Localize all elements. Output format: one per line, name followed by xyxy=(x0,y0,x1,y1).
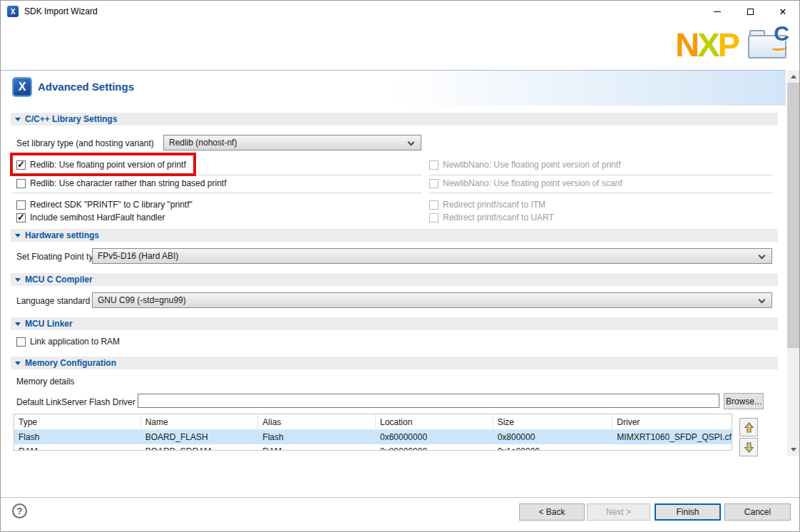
scrollbar-thumb[interactable] xyxy=(787,83,799,348)
checkbox-redirect-uart xyxy=(429,213,439,222)
section-hardware-settings[interactable]: Hardware settings xyxy=(11,229,778,242)
nxp-letter-p: P xyxy=(718,26,738,63)
up-arrow-icon xyxy=(744,422,754,433)
cell-location: 0x60000000 xyxy=(376,430,493,444)
section-mcu-c-compiler[interactable]: MCU C Compiler xyxy=(11,273,778,286)
column-header-driver[interactable]: Driver xyxy=(612,414,732,429)
checkbox-redlib-float-printf[interactable] xyxy=(16,160,26,170)
checkbox-redirect-itm xyxy=(429,200,439,210)
divider xyxy=(12,193,421,193)
flash-driver-input[interactable] xyxy=(138,394,719,408)
move-up-button[interactable] xyxy=(739,418,758,436)
close-icon: ✕ xyxy=(779,6,787,17)
cell-alias: Flash xyxy=(258,430,376,444)
minimize-icon xyxy=(714,11,721,12)
chevron-down-icon xyxy=(759,252,766,260)
section-mcu-linker[interactable]: MCU Linker xyxy=(11,317,778,330)
mcuxpresso-folder-icon: C xyxy=(748,26,789,61)
table-row[interactable]: RAM BOARD_SDRAM RAM 0x80000000 0x1e00000 xyxy=(14,444,732,451)
section-title: MCU C Compiler xyxy=(25,275,93,285)
chevron-down-icon xyxy=(15,322,21,326)
next-button: Next > xyxy=(587,503,650,521)
section-title: C/C++ Library Settings xyxy=(25,114,117,124)
checkbox-newlibnano-float-printf xyxy=(429,160,439,170)
column-header-alias[interactable]: Alias xyxy=(258,414,376,429)
checkbox-redlib-char-printf[interactable] xyxy=(16,179,26,188)
cell-size: 0x800000 xyxy=(493,430,613,444)
cell-name: BOARD_FLASH xyxy=(141,430,259,444)
section-title: Memory Configuration xyxy=(25,358,116,368)
memory-details-label: Memory details xyxy=(16,377,74,387)
library-type-label: Set library type (and hosting variant) xyxy=(16,138,154,148)
nxp-letter-x: X xyxy=(697,26,717,63)
divider xyxy=(429,193,772,193)
checkbox-label: Link application to RAM xyxy=(30,335,120,348)
checkbox-row: Redlib: Use floating point version of pr… xyxy=(16,158,186,171)
app-icon: X xyxy=(7,6,19,17)
checkbox-row: NewlibNano: Use floating point version o… xyxy=(429,177,622,190)
down-arrow-icon xyxy=(791,448,796,451)
help-button[interactable]: ? xyxy=(12,503,27,518)
combo-value: GNU C99 (-std=gnu99) xyxy=(98,295,186,305)
cell-size: 0x1e00000 xyxy=(493,444,613,451)
column-header-location[interactable]: Location xyxy=(376,414,493,429)
checkbox-link-to-ram[interactable] xyxy=(16,337,26,347)
checkbox-semihost-hardfault[interactable] xyxy=(16,213,26,222)
move-down-button[interactable] xyxy=(739,438,758,456)
section-title: Hardware settings xyxy=(25,230,99,240)
divider xyxy=(12,175,421,175)
checkbox-row: Redlib: Use character rather than string… xyxy=(16,177,226,190)
back-button[interactable]: < Back xyxy=(519,503,585,521)
scroll-down-button[interactable] xyxy=(787,444,799,456)
chevron-down-icon xyxy=(15,234,21,237)
checkbox-label: Redirect printf/scanf to UART xyxy=(443,211,554,224)
vertical-scrollbar[interactable] xyxy=(787,71,799,456)
titlebar: X SDK Import Wizard ✕ xyxy=(1,1,799,22)
checkbox-row: Link application to RAM xyxy=(16,335,120,348)
scroll-up-button[interactable] xyxy=(787,71,799,83)
cell-alias: RAM xyxy=(258,444,376,451)
cancel-button[interactable]: Cancel xyxy=(724,503,791,521)
nxp-letter-n: N xyxy=(675,26,697,63)
checkbox-label: Redirect printf/scanf to ITM xyxy=(443,198,545,211)
chevron-down-icon xyxy=(759,297,766,304)
language-standard-combo[interactable]: GNU C99 (-std=gnu99) xyxy=(92,292,772,308)
chevron-down-icon xyxy=(15,118,21,121)
checkbox-label: NewlibNano: Use floating point version o… xyxy=(443,158,620,171)
up-arrow-icon xyxy=(791,75,796,78)
checkbox-row: NewlibNano: Use floating point version o… xyxy=(429,158,620,171)
window-title: SDK Import Wizard xyxy=(24,1,98,22)
library-type-combo[interactable]: Redlib (nohost-nf) xyxy=(163,135,421,150)
finish-button[interactable]: Finish xyxy=(655,503,721,521)
nxp-logo: NXP xyxy=(675,28,738,61)
cell-name: BOARD_SDRAM xyxy=(141,444,259,451)
combo-value: Redlib (nohost-nf) xyxy=(169,138,237,148)
checkbox-label: Redlib: Use floating point version of pr… xyxy=(30,158,186,171)
minimize-button[interactable] xyxy=(701,1,734,22)
checkbox-redirect-sdk-printf[interactable] xyxy=(16,200,26,210)
column-header-size[interactable]: Size xyxy=(493,414,613,429)
table-row[interactable]: Flash BOARD_FLASH Flash 0x60000000 0x800… xyxy=(14,430,732,444)
chevron-down-icon xyxy=(15,362,21,365)
cell-location: 0x80000000 xyxy=(376,444,493,451)
checkbox-row: Include semihost HardFault handler xyxy=(16,211,165,224)
maximize-button[interactable] xyxy=(734,1,766,22)
sdk-import-wizard-window: X SDK Import Wizard ✕ NXP C X Advanced S… xyxy=(0,0,800,532)
close-button[interactable]: ✕ xyxy=(766,1,799,22)
browse-button[interactable]: Browse... xyxy=(724,393,764,409)
checkbox-row: Redirect printf/scanf to UART xyxy=(429,211,554,224)
divider xyxy=(1,497,799,498)
column-header-type[interactable]: Type xyxy=(14,414,141,429)
combo-value: FPv5-D16 (Hard ABI) xyxy=(98,251,178,261)
memory-table: Type Name Alias Location Size Driver Fla… xyxy=(14,414,732,451)
advanced-settings-icon: X xyxy=(12,77,32,97)
cell-driver: MIMXRT1060_SFDP_QSPI.cfx xyxy=(612,430,732,444)
cell-driver xyxy=(612,444,732,451)
checkbox-label: Redirect SDK "PRINTF" to C library "prin… xyxy=(30,198,193,211)
section-library-settings[interactable]: C/C++ Library Settings xyxy=(11,113,778,126)
floating-point-combo[interactable]: FPv5-D16 (Hard ABI) xyxy=(92,248,772,264)
section-memory-configuration[interactable]: Memory Configuration xyxy=(11,357,778,369)
chevron-down-icon xyxy=(408,139,415,146)
checkbox-label: Include semihost HardFault handler xyxy=(30,211,165,224)
column-header-name[interactable]: Name xyxy=(141,414,259,429)
